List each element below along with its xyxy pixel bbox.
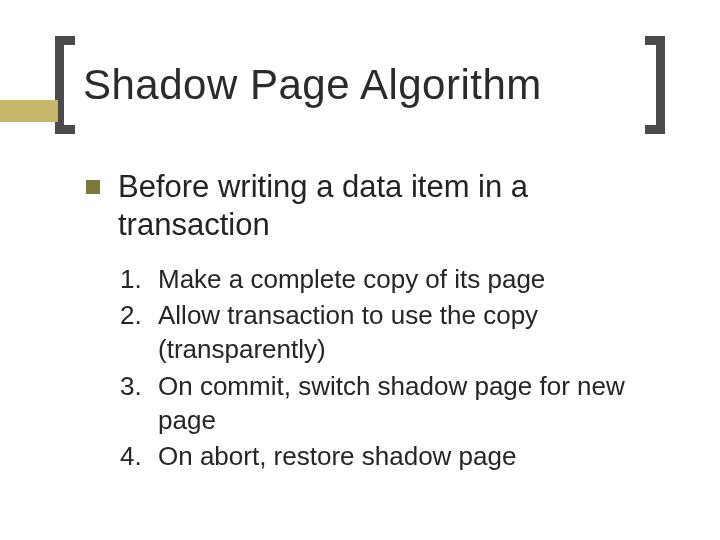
bullet-text: Before writing a data item in a transact… [118, 168, 676, 244]
accent-stripe [0, 100, 58, 122]
bracket-right-icon [645, 36, 665, 134]
square-bullet-icon [86, 180, 100, 194]
slide-body: Before writing a data item in a transact… [86, 168, 676, 476]
numbered-list: 1. Make a complete copy of its page 2. A… [120, 262, 676, 474]
slide: Shadow Page Algorithm Before writing a d… [0, 0, 720, 540]
list-item: 2. Allow transaction to use the copy (tr… [120, 298, 676, 367]
list-number: 3. [120, 369, 152, 403]
slide-title: Shadow Page Algorithm [83, 64, 542, 106]
list-text: Allow transaction to use the copy (trans… [158, 298, 676, 367]
title-area: Shadow Page Algorithm [55, 36, 665, 134]
title-container: Shadow Page Algorithm [83, 36, 637, 134]
list-number: 4. [120, 439, 152, 473]
list-text: Make a complete copy of its page [158, 262, 545, 296]
list-text: On abort, restore shadow page [158, 439, 516, 473]
list-number: 2. [120, 298, 152, 332]
list-item: 4. On abort, restore shadow page [120, 439, 676, 473]
bracket-left-icon [55, 36, 75, 134]
list-item: 1. Make a complete copy of its page [120, 262, 676, 296]
bullet-item: Before writing a data item in a transact… [86, 168, 676, 244]
list-number: 1. [120, 262, 152, 296]
list-item: 3. On commit, switch shadow page for new… [120, 369, 676, 438]
list-text: On commit, switch shadow page for new pa… [158, 369, 676, 438]
